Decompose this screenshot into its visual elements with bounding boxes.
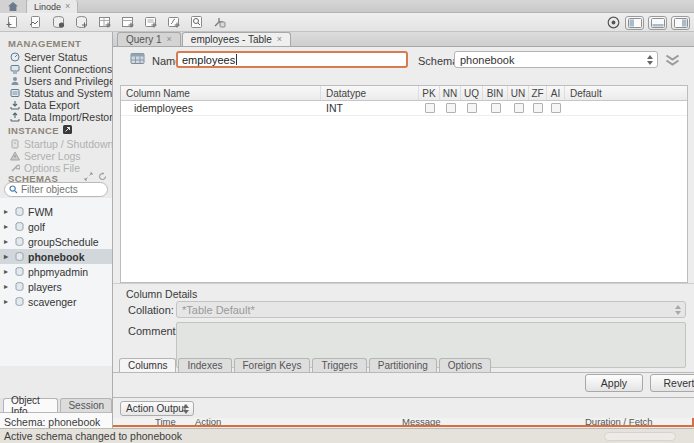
pk-checkbox[interactable] <box>425 103 435 113</box>
action-output-header-time[interactable]: Time <box>151 418 191 425</box>
home-tab[interactable] <box>0 0 27 13</box>
sidebar-item-server-logs[interactable]: Server Logs <box>0 150 113 162</box>
help-icon[interactable] <box>605 15 621 30</box>
table-name-input[interactable]: employees <box>176 51 408 68</box>
new-query-icon[interactable] <box>4 15 20 30</box>
schema-filter-input[interactable] <box>21 184 101 195</box>
column-header-ai[interactable]: AI <box>547 86 565 100</box>
column-header-uq[interactable]: UQ <box>461 86 483 100</box>
mysql-workbench-window: Linode × MANAGEMENT Server S <box>0 0 694 443</box>
connection-tab-linode[interactable]: Linode × <box>27 0 78 13</box>
toggle-bottom-panel-icon[interactable] <box>648 16 667 30</box>
schema-item-scavenger[interactable]: ▸ scavenger <box>0 294 113 309</box>
sidebar-item-server-status[interactable]: Server Status <box>0 51 113 63</box>
select-stepper-icon <box>647 55 653 65</box>
expand-arrow-icon[interactable]: ▸ <box>4 237 11 246</box>
sidebar-item-users-privileges[interactable]: Users and Privileges <box>0 75 113 87</box>
cell-ai[interactable] <box>547 101 565 115</box>
sidebar-item-data-import[interactable]: Data Import/Restore <box>0 111 113 123</box>
revert-button[interactable]: Revert <box>650 374 694 392</box>
expand-arrow-icon[interactable]: ▸ <box>4 207 11 216</box>
cell-nn[interactable] <box>440 101 461 115</box>
sidebar-item-system-variables[interactable]: Status and System Variables <box>0 87 113 99</box>
tab-triggers[interactable]: Triggers <box>312 358 366 372</box>
bin-checkbox[interactable] <box>491 103 501 113</box>
table-row[interactable]: idemployees INT <box>121 101 687 116</box>
tab-partitioning[interactable]: Partitioning <box>369 358 437 372</box>
column-header-un[interactable]: UN <box>508 86 529 100</box>
schema-item-players[interactable]: ▸ players <box>0 279 113 294</box>
cell-column-name[interactable]: idemployees <box>121 101 321 115</box>
action-output-header-duration[interactable]: Duration / Fetch <box>581 418 694 425</box>
column-header-bin[interactable]: BIN <box>483 86 508 100</box>
action-output-header-message[interactable]: Message <box>398 418 581 425</box>
schema-icon <box>14 266 25 277</box>
open-sql-script-icon[interactable] <box>27 15 43 30</box>
close-icon[interactable]: × <box>167 35 172 44</box>
tab-indexes[interactable]: Indexes <box>178 358 231 372</box>
schema-icon <box>14 236 25 247</box>
new-function-icon[interactable] <box>165 15 181 30</box>
sidebar-item-data-export[interactable]: Data Export <box>0 99 113 111</box>
close-icon[interactable]: × <box>65 2 70 11</box>
action-output-header-action[interactable]: Action <box>191 418 398 425</box>
sidebar-item-startup-shutdown[interactable]: Startup / Shutdown <box>0 138 113 150</box>
sidebar: MANAGEMENT Server Status Client Connecti… <box>0 32 113 428</box>
collation-select[interactable]: *Table Default* <box>176 301 686 318</box>
reconnect-icon[interactable] <box>211 15 227 30</box>
schema-item-phonebook[interactable]: ▸ phonebook <box>0 249 113 264</box>
nn-checkbox[interactable] <box>446 103 456 113</box>
search-icon[interactable] <box>188 15 204 30</box>
ai-checkbox[interactable] <box>551 103 561 113</box>
zf-checkbox[interactable] <box>533 103 543 113</box>
expand-arrow-icon[interactable]: ▸ <box>4 267 11 276</box>
collapse-chevrons-icon[interactable] <box>664 54 681 68</box>
tab-session[interactable]: Session <box>60 398 112 412</box>
column-header-datatype[interactable]: Datatype <box>321 86 419 100</box>
expand-arrow-icon[interactable]: ▸ <box>4 282 11 291</box>
schema-item-golf[interactable]: ▸ golf <box>0 219 113 234</box>
schema-select[interactable]: phonebook <box>454 51 658 68</box>
tab-columns[interactable]: Columns <box>119 358 176 372</box>
server-status-icon[interactable] <box>50 15 66 30</box>
users-icon <box>9 76 20 87</box>
tab-object-info[interactable]: Object Info <box>3 398 58 412</box>
expand-arrow-icon[interactable]: ▸ <box>4 297 11 306</box>
cell-un[interactable] <box>508 101 529 115</box>
column-header-pk[interactable]: PK <box>419 86 440 100</box>
cell-datatype[interactable]: INT <box>321 101 419 115</box>
uq-checkbox[interactable] <box>467 103 477 113</box>
cell-default[interactable] <box>565 101 687 115</box>
expand-arrow-icon[interactable]: ▸ <box>4 252 11 261</box>
expand-arrow-icon[interactable]: ▸ <box>4 222 11 231</box>
cell-pk[interactable] <box>419 101 440 115</box>
un-checkbox[interactable] <box>514 103 524 113</box>
cell-zf[interactable] <box>529 101 547 115</box>
cell-bin[interactable] <box>483 101 508 115</box>
object-info-panel: Schema: phonebook <box>0 413 112 428</box>
new-table-icon[interactable] <box>96 15 112 30</box>
server-logs-icon <box>9 151 20 162</box>
schema-item-groupschedule[interactable]: ▸ groupSchedule <box>0 234 113 249</box>
cell-uq[interactable] <box>461 101 483 115</box>
close-icon[interactable]: × <box>277 35 282 44</box>
new-schema-icon[interactable] <box>73 15 89 30</box>
tab-foreign-keys[interactable]: Foreign Keys <box>234 358 311 372</box>
schema-item-fwm[interactable]: ▸ FWM <box>0 204 113 219</box>
schema-item-phpmyadmin[interactable]: ▸ phpmyadmin <box>0 264 113 279</box>
action-output-select[interactable]: Action Output <box>120 401 194 416</box>
column-header-default[interactable]: Default <box>565 86 687 100</box>
tab-query-1[interactable]: Query 1 × <box>117 32 181 46</box>
sidebar-item-client-connections[interactable]: Client Connections <box>0 63 113 75</box>
toggle-right-panel-icon[interactable] <box>671 16 690 30</box>
new-view-icon[interactable] <box>119 15 135 30</box>
column-header-zf[interactable]: ZF <box>529 86 547 100</box>
apply-button[interactable]: Apply <box>585 374 643 392</box>
column-header-nn[interactable]: NN <box>440 86 461 100</box>
columns-grid-header: Column Name Datatype PK NN UQ BIN UN ZF … <box>121 86 687 101</box>
toggle-left-panel-icon[interactable] <box>625 16 644 30</box>
tab-options[interactable]: Options <box>439 358 491 372</box>
column-header-name[interactable]: Column Name <box>121 86 321 100</box>
new-stored-procedure-icon[interactable] <box>142 15 158 30</box>
tab-employees-table[interactable]: employees - Table × <box>182 32 291 46</box>
